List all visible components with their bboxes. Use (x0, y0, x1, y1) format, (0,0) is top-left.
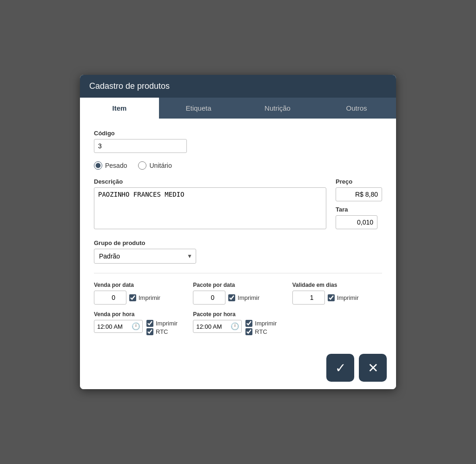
validade-input[interactable] (292, 291, 325, 305)
grupo-label: Grupo de produto (94, 239, 382, 246)
preco-input[interactable] (336, 187, 382, 201)
validade-label: Validade em dias (292, 282, 382, 288)
grupo-select-wrapper: Padrão ▼ (94, 249, 196, 264)
descricao-group: Descrição PAOZINHO FRANCES MEDIO (94, 178, 326, 231)
radio-unitario[interactable] (138, 161, 146, 170)
venda-hora-time-wrapper: 🕛 (94, 320, 143, 333)
main-window: Cadastro de produtos Item Etiqueta Nutri… (80, 75, 396, 389)
title-bar: Cadastro de produtos (80, 75, 396, 98)
venda-hora-imprimir-option[interactable]: Imprimir (146, 320, 178, 327)
price-tara-col: Preço Tara (336, 178, 382, 229)
validade-imprimir-option[interactable]: Imprimir (328, 294, 359, 301)
pacote-hora-block: Pacote por hora 🕛 Imprimir (193, 311, 283, 335)
tab-nutricao[interactable]: Nutrição (238, 98, 317, 119)
venda-data-block: Venda por data Imprimir (94, 282, 184, 305)
grupo-select[interactable]: Padrão (94, 249, 196, 264)
pacote-hora-rtc-checkbox[interactable] (245, 328, 252, 335)
venda-hora-checkboxes: Imprimir RTC (146, 320, 178, 335)
tab-etiqueta[interactable]: Etiqueta (159, 98, 238, 119)
confirm-button[interactable]: ✓ (326, 354, 354, 382)
desc-price-row: Descrição PAOZINHO FRANCES MEDIO Preço T… (94, 178, 382, 231)
venda-data-input[interactable] (94, 291, 126, 305)
pacote-hora-input[interactable] (196, 323, 229, 330)
codigo-input[interactable] (94, 139, 187, 153)
venda-hora-imprimir-checkbox[interactable] (146, 320, 153, 327)
pacote-hora-imprimir-checkbox[interactable] (245, 320, 252, 327)
pacote-hora-label: Pacote por hora (193, 311, 283, 318)
pacote-hora-time-wrapper: 🕛 (193, 320, 242, 333)
radio-pesado[interactable] (94, 161, 102, 170)
tara-group: Tara (336, 206, 382, 229)
pacote-data-row: Imprimir (193, 291, 283, 305)
footer-buttons: ✓ ✕ (80, 346, 396, 389)
venda-hora-rtc-checkbox[interactable] (146, 328, 153, 335)
codigo-group: Código (94, 130, 382, 153)
descricao-label: Descrição (94, 178, 326, 185)
clock-icon: 🕛 (132, 322, 140, 331)
venda-hora-label: Venda por hora (94, 311, 184, 318)
pacote-data-input[interactable] (193, 291, 225, 305)
form-content: Código Pesado Unitário Descrição PAOZINH… (80, 119, 396, 346)
tara-label: Tara (336, 206, 382, 213)
window-title: Cadastro de produtos (89, 81, 170, 91)
radio-unitario-option[interactable]: Unitário (138, 161, 172, 170)
grupo-group: Grupo de produto Padrão ▼ (94, 239, 382, 264)
tara-input[interactable] (336, 215, 377, 229)
close-icon: ✕ (368, 360, 378, 376)
pacote-hora-checkboxes: Imprimir RTC (245, 320, 277, 335)
preco-label: Preço (336, 178, 382, 185)
validade-row: Imprimir (292, 291, 382, 305)
preco-group: Preço (336, 178, 382, 201)
clock-icon-2: 🕛 (231, 322, 239, 331)
checkmark-icon: ✓ (335, 360, 346, 376)
venda-hora-input[interactable] (97, 323, 130, 330)
pacote-data-label: Pacote por data (193, 282, 283, 288)
validade-block: Validade em dias Imprimir (292, 282, 382, 305)
tipo-radio-group: Pesado Unitário (94, 161, 382, 170)
tab-outros[interactable]: Outros (317, 98, 396, 119)
bottom-section: Venda por data Imprimir Pacote por data (94, 273, 382, 335)
validade-imprimir-checkbox[interactable] (328, 294, 335, 301)
pacote-data-imprimir-option[interactable]: Imprimir (228, 294, 259, 301)
venda-data-imprimir-option[interactable]: Imprimir (129, 294, 160, 301)
venda-hora-block: Venda por hora 🕛 Imprimir (94, 311, 184, 335)
pacote-data-imprimir-checkbox[interactable] (228, 294, 235, 301)
venda-data-label: Venda por data (94, 282, 184, 288)
venda-data-row: Imprimir (94, 291, 184, 305)
codigo-label: Código (94, 130, 382, 137)
pacote-hora-rtc-option[interactable]: RTC (245, 328, 277, 335)
radio-pesado-option[interactable]: Pesado (94, 161, 127, 170)
tab-bar: Item Etiqueta Nutrição Outros (80, 98, 396, 119)
bottom-grid: Venda por data Imprimir Pacote por data (94, 282, 382, 335)
venda-data-imprimir-checkbox[interactable] (129, 294, 136, 301)
descricao-input[interactable]: PAOZINHO FRANCES MEDIO (94, 187, 326, 229)
tab-item[interactable]: Item (80, 98, 159, 119)
pacote-hora-imprimir-option[interactable]: Imprimir (245, 320, 277, 327)
cancel-button[interactable]: ✕ (359, 354, 387, 382)
pacote-data-block: Pacote por data Imprimir (193, 282, 283, 305)
venda-hora-rtc-option[interactable]: RTC (146, 328, 178, 335)
